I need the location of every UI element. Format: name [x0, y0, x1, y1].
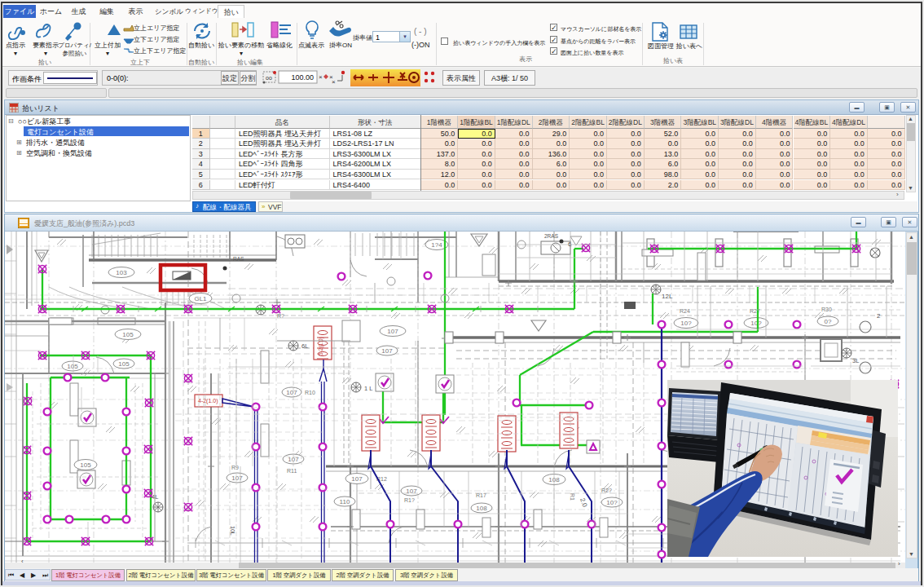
svg-text:×: ×	[332, 78, 336, 86]
svg-text:2RAS: 2RAS	[544, 233, 559, 239]
svg-text:105: 105	[122, 331, 134, 338]
svg-text:12L: 12L	[662, 293, 673, 300]
svg-text:0?: 0?	[825, 318, 832, 325]
svg-text:R11: R11	[287, 468, 297, 474]
svg-text:R24: R24	[680, 308, 690, 314]
svg-text:10?: 10?	[680, 320, 692, 327]
svg-text:105: 105	[80, 461, 91, 469]
svg-text:R9: R9	[231, 465, 239, 470]
svg-text:GL1: GL1	[194, 295, 207, 302]
svg-text:107: 107	[351, 475, 363, 483]
svg-text:107: 107	[387, 328, 398, 335]
svg-text:6L: 6L	[301, 342, 308, 350]
svg-text:108: 108	[476, 505, 487, 512]
svg-text:107: 107	[286, 389, 297, 396]
svg-text:110: 110	[340, 498, 350, 505]
svg-text:R10: R10	[305, 390, 315, 395]
svg-text:107: 107	[231, 474, 243, 482]
svg-text:105: 105	[67, 363, 78, 370]
svg-text:107: 107	[381, 347, 393, 355]
svg-text:R1?: R1?	[404, 497, 415, 503]
svg-text:2: 2	[877, 312, 881, 320]
svg-text:1 L: 1 L	[364, 385, 372, 392]
svg-text:5-2(1.0): 5-2(1.0)	[318, 337, 324, 355]
svg-text:1?4: 1?4	[431, 241, 442, 249]
svg-text:6: 6	[568, 241, 572, 248]
svg-text:RAS: RAS	[233, 256, 244, 262]
svg-text:10L: 10L	[230, 526, 235, 536]
svg-text:R30: R30	[821, 307, 832, 312]
svg-text:×: ×	[319, 73, 323, 81]
svg-text:3L: 3L	[852, 357, 859, 364]
svg-text:105: 105	[118, 360, 130, 368]
svg-text:10?: 10?	[606, 499, 618, 506]
svg-text:100.00: 100.00	[291, 73, 314, 82]
svg-text:4-2(1.0): 4-2(1.0)	[198, 398, 218, 404]
svg-text:R2?: R2?	[601, 488, 612, 493]
svg-text:10?: 10?	[750, 320, 762, 327]
svg-text:oo: oo	[266, 75, 272, 81]
svg-text:R1: R1	[570, 493, 575, 501]
svg-text:103: 103	[116, 269, 127, 276]
